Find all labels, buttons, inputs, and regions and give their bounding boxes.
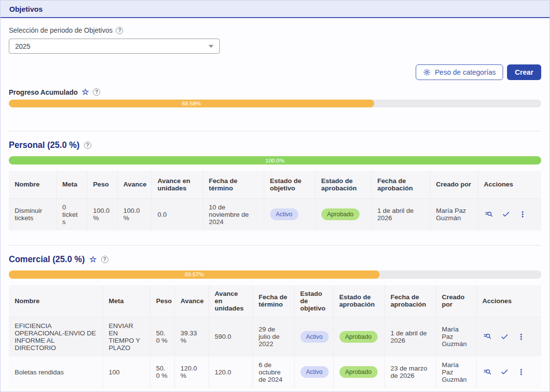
cell-peso: 100.0 %	[87, 198, 117, 230]
cell-avance: 39.33 %	[174, 317, 209, 356]
cell-nombre: Boletas rendidas	[9, 356, 103, 388]
approve-check-icon[interactable]	[502, 210, 510, 219]
comercial-table: Nombre Meta Peso Avance Avance en unidad…	[9, 285, 541, 388]
col-avance-unidades: Avance en unidades	[209, 285, 253, 317]
col-estado-objetivo: Estado de objetivo	[264, 171, 315, 198]
col-creado-por: Creado por	[436, 285, 476, 317]
col-fecha-aprobacion: Fecha de aprobación	[371, 171, 430, 198]
cell-meta: 0 tickets	[56, 198, 87, 230]
cell-creado-por: María Paz Guzmán	[436, 356, 476, 388]
personal-header-row: Nombre Meta Peso Avance Avance en unidad…	[9, 171, 541, 198]
status-badge-aprobado: Aprobado	[339, 366, 378, 378]
approve-check-icon[interactable]	[500, 332, 509, 341]
cell-fecha-termino: 10 de noviembre de 2024	[203, 198, 264, 230]
create-button[interactable]: Crear	[507, 64, 541, 80]
status-badge-aprobado: Aprobado	[339, 331, 378, 343]
col-estado-aprobacion: Estado de aprobación	[315, 171, 371, 198]
cell-peso: 50.0 %	[150, 317, 174, 356]
col-fecha-termino: Fecha de término	[253, 285, 294, 317]
cell-estado-aprobacion: Aprobado	[333, 317, 384, 356]
category-weights-label: Peso de categorías	[435, 68, 496, 76]
period-select-value: 2025	[15, 42, 30, 50]
period-select[interactable]: 2025	[9, 39, 220, 54]
help-icon[interactable]	[116, 27, 123, 34]
comercial-header-row: Nombre Meta Peso Avance Avance en unidad…	[9, 285, 541, 317]
overall-progress-value: 68.58%	[182, 101, 201, 106]
table-row: Disminuir tickets 0 tickets 100.0 % 100.…	[9, 198, 541, 230]
col-peso: Peso	[87, 171, 117, 198]
cell-fecha-aprobacion: 1 de abril de 2026	[371, 198, 430, 230]
personal-progress-fill: 100.0%	[9, 156, 541, 165]
col-acciones: Acciones	[476, 285, 541, 317]
create-button-label: Crear	[515, 68, 533, 76]
kebab-menu-icon[interactable]	[519, 210, 527, 219]
row-actions	[483, 368, 536, 377]
cell-avance-unidades: 0.0	[151, 198, 203, 230]
col-avance: Avance	[117, 171, 151, 198]
cell-avance-unidades: 120.0	[209, 356, 253, 388]
kebab-menu-icon[interactable]	[517, 368, 525, 376]
cell-avance-unidades: 590.0	[209, 317, 253, 356]
cell-meta: 100	[103, 356, 150, 388]
cell-acciones	[478, 198, 541, 230]
row-actions	[484, 210, 536, 219]
help-icon[interactable]	[101, 256, 108, 263]
cell-nombre: Disminuir tickets	[9, 198, 56, 230]
favorite-star-icon[interactable]: ☆	[82, 88, 89, 96]
cell-fecha-aprobacion: 23 de marzo de 2026	[384, 356, 436, 388]
detail-search-icon[interactable]	[484, 210, 493, 219]
gear-icon	[423, 68, 431, 76]
cell-estado-objetivo: Activo	[264, 198, 315, 230]
personal-progress-bar: 100.0%	[9, 156, 541, 165]
cell-fecha-aprobacion: 1 de abril de 2026	[384, 317, 436, 356]
help-icon[interactable]	[84, 142, 91, 149]
approve-check-icon[interactable]	[500, 368, 509, 376]
category-weights-button[interactable]: Peso de categorías	[416, 64, 503, 80]
detail-search-icon[interactable]	[483, 332, 492, 341]
personal-title-text: Personal (25.0 %)	[9, 140, 80, 150]
help-icon[interactable]	[93, 88, 100, 96]
cell-acciones	[476, 356, 541, 388]
cell-estado-objetivo: Activo	[294, 317, 333, 356]
chevron-down-icon	[209, 45, 213, 48]
col-meta: Meta	[56, 171, 87, 198]
status-badge-activo: Activo	[300, 331, 329, 343]
objetivos-panel: Objetivos Selección de periodo de Objeti…	[0, 0, 550, 392]
col-avance: Avance	[174, 285, 209, 317]
cell-estado-aprobacion: Aprobado	[333, 356, 384, 388]
col-nombre: Nombre	[9, 171, 56, 198]
col-meta: Meta	[103, 285, 150, 317]
section-title-personal: Personal (25.0 %)	[9, 140, 541, 150]
detail-search-icon[interactable]	[483, 368, 492, 377]
favorite-star-icon[interactable]: ☆	[89, 255, 97, 264]
panel-header: Objetivos	[0, 0, 550, 18]
status-badge-activo: Activo	[300, 366, 329, 378]
col-estado-objetivo: Estado de objetivo	[294, 285, 333, 317]
cell-estado-aprobacion: Aprobado	[315, 198, 371, 230]
cell-meta: ENVIAR EN TIEMPO Y PLAZO	[103, 317, 150, 356]
overall-progress-header: Progreso Acumulado ☆	[9, 88, 541, 96]
toolbar: Peso de categorías Crear	[9, 64, 541, 80]
col-creado-por: Creado por	[430, 171, 478, 198]
table-row: EFICIENCIA OPERACIONAL-ENVIO DE INFORME …	[9, 317, 541, 356]
status-badge-activo: Activo	[270, 208, 298, 220]
panel-content: Selección de periodo de Objetivos 2025 P…	[0, 26, 550, 388]
cell-fecha-termino: 29 de julio de 2022	[253, 317, 294, 356]
kebab-menu-icon[interactable]	[517, 332, 525, 341]
cell-creado-por: María Paz Guzmán	[436, 317, 476, 356]
cell-nombre: EFICIENCIA OPERACIONAL-ENVIO DE INFORME …	[9, 317, 103, 356]
personal-table: Nombre Meta Peso Avance Avance en unidad…	[9, 171, 541, 230]
section-title-comercial: Comercial (25.0 %) ☆	[9, 254, 541, 265]
period-label: Selección de periodo de Objetivos	[9, 26, 112, 34]
overall-progress-fill: 68.58%	[9, 100, 374, 107]
col-fecha-aprobacion: Fecha de aprobación	[384, 285, 436, 317]
col-estado-aprobacion: Estado de aprobación	[333, 285, 384, 317]
col-nombre: Nombre	[9, 285, 103, 317]
cell-estado-objetivo: Activo	[294, 356, 333, 388]
table-row: Boletas rendidas 100 50.0 % 120.0 % 120.…	[9, 356, 541, 388]
page-title: Objetivos	[9, 5, 42, 13]
col-peso: Peso	[150, 285, 174, 317]
col-avance-unidades: Avance en unidades	[151, 171, 203, 198]
comercial-progress-fill: 69.67%	[9, 270, 380, 279]
overall-progress-label: Progreso Acumulado	[9, 88, 78, 96]
